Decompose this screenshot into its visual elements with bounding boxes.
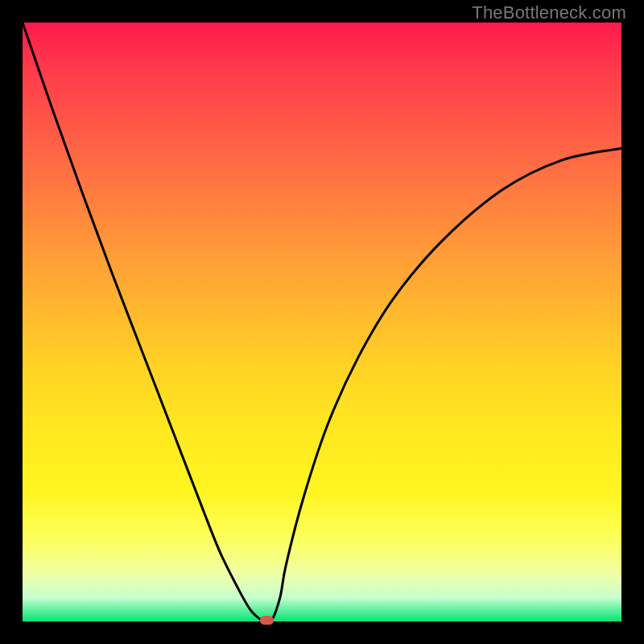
plot-area <box>23 23 621 621</box>
chart-frame: TheBottleneck.com <box>0 0 644 644</box>
attribution-text: TheBottleneck.com <box>472 2 626 23</box>
